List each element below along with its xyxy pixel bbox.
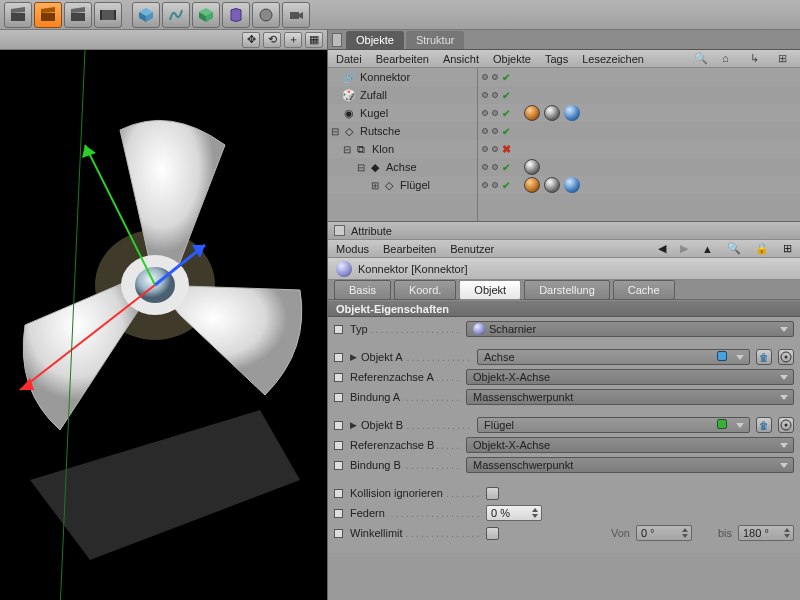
menu-file[interactable]: Datei: [336, 53, 362, 65]
tool-clapper3-icon[interactable]: [64, 2, 92, 28]
clear-link-button[interactable]: 🗑: [756, 349, 772, 365]
keyframe-dot-icon[interactable]: [334, 393, 343, 402]
new-window-icon[interactable]: ⊞: [783, 242, 792, 255]
tool-clapper2-icon[interactable]: [34, 2, 62, 28]
enable-check-icon[interactable]: ✔: [502, 90, 510, 101]
menu-view[interactable]: Ansicht: [443, 53, 479, 65]
enable-check-icon[interactable]: ✔: [502, 162, 510, 173]
menu-edit[interactable]: Bearbeiten: [383, 243, 436, 255]
tag-icon[interactable]: [564, 105, 580, 121]
input-federn[interactable]: 0 %: [486, 505, 542, 521]
nav-fwd-icon[interactable]: ▶: [680, 242, 688, 255]
material-tag-icon[interactable]: [524, 105, 540, 121]
dropdown-bindung-b[interactable]: Massenschwerpunkt: [466, 457, 794, 473]
tag-row[interactable]: ✔: [478, 104, 800, 122]
search-icon[interactable]: 🔍: [694, 52, 708, 66]
menu-mode[interactable]: Modus: [336, 243, 369, 255]
expand-toggle-icon[interactable]: ⊟: [356, 162, 366, 173]
tree-item-klon[interactable]: ⊟⧉Klon: [328, 140, 477, 158]
tag-icon[interactable]: [564, 177, 580, 193]
expand-arrow-icon[interactable]: ▶: [350, 420, 357, 430]
tool-generator-icon[interactable]: [192, 2, 220, 28]
tree-item-rutsche[interactable]: ⊟◇Rutsche: [328, 122, 477, 140]
home-icon[interactable]: ⌂: [722, 52, 736, 66]
disable-x-icon[interactable]: ✖: [502, 143, 511, 156]
tool-deformer-icon[interactable]: [222, 2, 250, 28]
tag-row[interactable]: ✔: [478, 158, 800, 176]
checkbox-winkellimit[interactable]: [486, 527, 499, 540]
tree-item-fluegel[interactable]: ⊞◇Flügel: [328, 176, 477, 194]
keyframe-dot-icon[interactable]: [334, 421, 343, 430]
clear-link-button[interactable]: 🗑: [756, 417, 772, 433]
tag-row[interactable]: ✔: [478, 68, 800, 86]
tag-row[interactable]: ✔: [478, 176, 800, 194]
tree-item-konnektor[interactable]: 🔗Konnektor: [328, 68, 477, 86]
expand-toggle-icon[interactable]: ⊞: [370, 180, 380, 191]
tab-cache[interactable]: Cache: [613, 280, 675, 300]
view-zoom-icon[interactable]: ＋: [284, 32, 302, 48]
dropdown-typ[interactable]: Scharnier: [466, 321, 794, 337]
view-move-icon[interactable]: ✥: [242, 32, 260, 48]
tab-objects[interactable]: Objekte: [346, 31, 404, 49]
path-icon[interactable]: ↳: [750, 52, 764, 66]
tool-cube-icon[interactable]: [132, 2, 160, 28]
viewport-3d[interactable]: [0, 50, 327, 600]
dropdown-bindung-a[interactable]: Massenschwerpunkt: [466, 389, 794, 405]
object-tree[interactable]: 🔗Konnektor 🎲Zufall ◉Kugel ⊟◇Rutsche ⊟⧉Kl…: [328, 68, 478, 221]
tag-row[interactable]: ✔: [478, 86, 800, 104]
lock-icon[interactable]: 🔒: [755, 242, 769, 255]
input-von[interactable]: 0 °: [636, 525, 692, 541]
tool-spline-icon[interactable]: [162, 2, 190, 28]
nav-back-icon[interactable]: ◀: [658, 242, 666, 255]
search-icon[interactable]: 🔍: [727, 242, 741, 255]
enable-check-icon[interactable]: ✔: [502, 108, 510, 119]
tool-environment-icon[interactable]: [252, 2, 280, 28]
view-layout-icon[interactable]: ▦: [305, 32, 323, 48]
tag-row[interactable]: ✔: [478, 122, 800, 140]
keyframe-dot-icon[interactable]: [334, 509, 343, 518]
view-rotate-icon[interactable]: ⟲: [263, 32, 281, 48]
dropdown-refachse-a[interactable]: Objekt-X-Achse: [466, 369, 794, 385]
enable-check-icon[interactable]: ✔: [502, 72, 510, 83]
tab-structure[interactable]: Struktur: [406, 31, 465, 49]
expand-arrow-icon[interactable]: ▶: [350, 352, 357, 362]
dropdown-refachse-b[interactable]: Objekt-X-Achse: [466, 437, 794, 453]
input-bis[interactable]: 180 °: [738, 525, 794, 541]
panel-grip-icon[interactable]: [334, 225, 345, 236]
tool-camera-icon[interactable]: [282, 2, 310, 28]
expand-toggle-icon[interactable]: ⊟: [342, 144, 352, 155]
keyframe-dot-icon[interactable]: [334, 529, 343, 538]
menu-edit[interactable]: Bearbeiten: [376, 53, 429, 65]
keyframe-dot-icon[interactable]: [334, 441, 343, 450]
keyframe-dot-icon[interactable]: [334, 373, 343, 382]
panel-grip-icon[interactable]: [332, 33, 342, 47]
tool-film-icon[interactable]: [94, 2, 122, 28]
tab-darstellung[interactable]: Darstellung: [524, 280, 610, 300]
tab-koord[interactable]: Koord.: [394, 280, 456, 300]
dynamics-tag-icon[interactable]: [544, 105, 560, 121]
keyframe-dot-icon[interactable]: [334, 325, 343, 334]
enable-check-icon[interactable]: ✔: [502, 180, 510, 191]
tab-basis[interactable]: Basis: [334, 280, 391, 300]
nav-up-icon[interactable]: ▲: [702, 243, 713, 255]
menu-user[interactable]: Benutzer: [450, 243, 494, 255]
pick-target-button[interactable]: [778, 417, 794, 433]
menu-tags[interactable]: Tags: [545, 53, 568, 65]
tool-clapper-icon[interactable]: [4, 2, 32, 28]
enable-check-icon[interactable]: ✔: [502, 126, 510, 137]
tree-item-kugel[interactable]: ◉Kugel: [328, 104, 477, 122]
keyframe-dot-icon[interactable]: [334, 489, 343, 498]
keyframe-dot-icon[interactable]: [334, 353, 343, 362]
menu-bookmarks[interactable]: Lesezeichen: [582, 53, 644, 65]
dynamics-tag-icon[interactable]: [524, 159, 540, 175]
material-tag-icon[interactable]: [524, 177, 540, 193]
tab-objekt[interactable]: Objekt: [459, 280, 521, 300]
keyframe-dot-icon[interactable]: [334, 461, 343, 470]
material-tag-icon[interactable]: [544, 177, 560, 193]
menu-objects[interactable]: Objekte: [493, 53, 531, 65]
tree-item-achse[interactable]: ⊟◆Achse: [328, 158, 477, 176]
link-objekt-b[interactable]: Flügel: [477, 417, 750, 433]
checkbox-kollision[interactable]: [486, 487, 499, 500]
tag-row[interactable]: ✖: [478, 140, 800, 158]
expand-toggle-icon[interactable]: ⊟: [330, 126, 340, 137]
